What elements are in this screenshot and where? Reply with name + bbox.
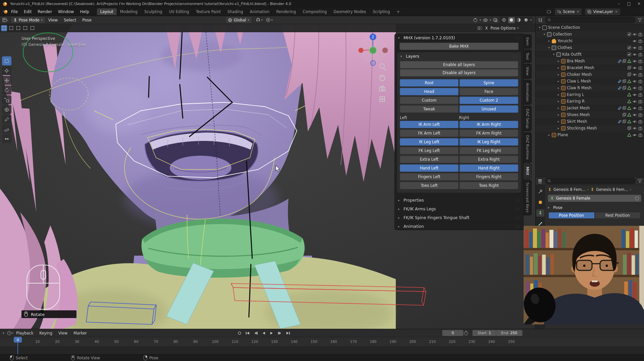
gizmo-chevron-icon[interactable]: ▾ bbox=[480, 18, 481, 21]
snap-magnet-icon[interactable] bbox=[255, 17, 261, 23]
close-icon[interactable]: × bbox=[634, 1, 644, 6]
tab-tool[interactable] bbox=[536, 188, 544, 195]
collapsed-panel-header[interactable]: ▸ FK/IK Arms Legs ⋮⋮ bbox=[395, 204, 523, 213]
playhead-current-frame[interactable]: 0 bbox=[14, 337, 22, 343]
eye-icon[interactable] bbox=[632, 106, 637, 110]
disclosure-closed-icon[interactable]: ▸ bbox=[398, 216, 401, 219]
jump-end-icon[interactable] bbox=[284, 330, 291, 336]
timeline-editor-icon[interactable] bbox=[7, 331, 12, 336]
shading-material-icon[interactable] bbox=[516, 17, 522, 23]
menu-item[interactable]: Edit bbox=[21, 9, 35, 14]
breadcrumb-item[interactable]: Genesis 8 Fem... › bbox=[548, 187, 589, 192]
viewport-menu-item[interactable]: View bbox=[45, 18, 61, 22]
tool-cursor[interactable] bbox=[2, 66, 11, 75]
collapsed-panel-header[interactable]: ▸ Animation ⋮⋮ bbox=[395, 222, 523, 230]
panel-grip-icon[interactable]: ⋮⋮ bbox=[515, 199, 520, 202]
workspace-tab[interactable]: Shading bbox=[224, 8, 247, 15]
checkbox-icon[interactable] bbox=[627, 46, 631, 50]
eye-icon[interactable] bbox=[632, 93, 637, 97]
mhx-side-toggle[interactable]: Toes Right bbox=[460, 182, 518, 189]
proportional-options-chevron-icon[interactable]: ▾ bbox=[271, 18, 273, 21]
camera-icon[interactable] bbox=[638, 59, 643, 63]
eye-icon[interactable] bbox=[632, 39, 637, 43]
timeline-channels[interactable] bbox=[0, 346, 644, 354]
viewport-menu-item[interactable]: Select bbox=[61, 18, 79, 22]
mhx-layer-toggle[interactable]: Root bbox=[400, 79, 459, 87]
camera-icon[interactable] bbox=[638, 133, 643, 137]
collapsed-panel-header[interactable]: ▸ Properties ⋮⋮ bbox=[395, 196, 523, 204]
menu-item[interactable]: Help bbox=[77, 9, 92, 14]
pose-options-dropdown[interactable]: Pose Options ▾ bbox=[490, 26, 519, 31]
mhx-side-toggle[interactable]: Extra Left bbox=[400, 156, 459, 163]
menu-item[interactable]: File bbox=[8, 9, 21, 14]
sidebar-tab[interactable]: Animation bbox=[524, 80, 532, 105]
disclosure-open-icon[interactable]: ▾ bbox=[548, 206, 551, 209]
mhx-side-toggle[interactable]: Hand Right bbox=[460, 164, 518, 172]
show-gizmo-icon[interactable] bbox=[472, 17, 478, 23]
disclosure-icon[interactable]: ▸ bbox=[556, 120, 560, 123]
disclosure-icon[interactable]: ▸ bbox=[556, 93, 560, 96]
menu-item[interactable]: Window bbox=[55, 9, 77, 14]
panel-grip-icon[interactable]: ⋮⋮ bbox=[515, 216, 520, 219]
disclosure-icon[interactable]: ▸ bbox=[556, 106, 560, 110]
disclosure-closed-icon[interactable]: ▸ bbox=[398, 207, 401, 211]
disclosure-closed-icon[interactable]: ▸ bbox=[398, 225, 401, 228]
outliner-row[interactable]: ▾ Collection bbox=[536, 31, 644, 38]
breadcrumb-item[interactable]: Genesis 8 Fem... › bbox=[590, 187, 631, 192]
mhx-layer-toggle[interactable]: Custom 2 bbox=[460, 97, 518, 104]
disclosure-icon[interactable]: ▸ bbox=[556, 66, 560, 69]
camera-icon[interactable] bbox=[638, 79, 643, 84]
mode-selector[interactable]: Pose Mode ▾ bbox=[11, 16, 45, 23]
outliner-row[interactable]: ▸ Shoes Mesh bbox=[536, 111, 644, 118]
sidebar-tab[interactable]: Item bbox=[524, 34, 532, 49]
tool-annotate[interactable] bbox=[2, 115, 11, 124]
disclosure-icon[interactable]: ▾ bbox=[542, 33, 546, 36]
checkbox-icon[interactable] bbox=[627, 52, 631, 56]
mhx-layer-toggle[interactable]: Face bbox=[460, 88, 518, 95]
mhx-layer-toggle[interactable]: Unused bbox=[460, 105, 518, 113]
outliner-row[interactable]: ▸ Stockings Mesh bbox=[536, 125, 644, 132]
disclosure-icon[interactable]: ▸ bbox=[556, 80, 560, 83]
outliner-row[interactable]: ▸ Bra Mesh bbox=[536, 58, 644, 64]
workspace-tab[interactable]: Scripting bbox=[369, 8, 393, 15]
outliner-row[interactable]: ▸ Yoruichi bbox=[536, 38, 644, 44]
disclosure-icon[interactable]: ▸ bbox=[556, 100, 560, 103]
mhx-side-toggle[interactable]: FK Leg Right bbox=[460, 147, 518, 154]
camera-icon[interactable] bbox=[638, 126, 643, 131]
outliner-row[interactable]: ▾ Kda Outfit bbox=[536, 51, 644, 58]
mhx-side-toggle[interactable]: IK Leg Right bbox=[460, 138, 518, 146]
camera-icon[interactable] bbox=[638, 32, 643, 37]
camera-icon[interactable] bbox=[638, 119, 643, 124]
workspace-tab[interactable]: UV Editing bbox=[166, 8, 193, 15]
eye-icon[interactable] bbox=[632, 79, 637, 84]
eye-icon[interactable] bbox=[632, 32, 637, 37]
outliner-row[interactable]: ▸ Skirt Mesh bbox=[536, 118, 644, 125]
disclosure-open-icon[interactable]: ▾ bbox=[3, 331, 6, 335]
camera-icon[interactable] bbox=[638, 39, 643, 43]
outliner-row[interactable]: ▸ Claw L Mesh bbox=[536, 78, 644, 85]
timeline-menu-item[interactable]: Marker bbox=[70, 331, 90, 336]
eye-icon[interactable] bbox=[632, 133, 637, 137]
outliner-row[interactable]: ▸ Earring R bbox=[536, 98, 644, 105]
outliner-row[interactable]: ▸ Earring L bbox=[536, 91, 644, 98]
collapsed-panel-header[interactable]: ▸ FK/IK Spine Fingers Tongue Shaft ⋮⋮ bbox=[395, 213, 523, 222]
eye-icon[interactable] bbox=[632, 119, 637, 124]
panel-grip-icon[interactable]: ⋮⋮ bbox=[512, 55, 518, 58]
start-frame-field[interactable]: Start 1 bbox=[472, 330, 496, 336]
unlink-viewlayer-icon[interactable]: × bbox=[615, 9, 618, 14]
disclosure-icon[interactable]: ▸ bbox=[556, 126, 560, 130]
mhx-side-toggle[interactable]: FK Arm Left bbox=[400, 130, 459, 137]
jump-start-icon[interactable] bbox=[244, 330, 251, 336]
timeline-ruler[interactable]: 0102030405060708090100110120130140150160… bbox=[0, 337, 644, 346]
select-mode-invert-icon[interactable] bbox=[22, 25, 28, 31]
armature-data-name-field[interactable]: Genesis 8 Female bbox=[548, 195, 641, 202]
eye-icon[interactable] bbox=[632, 66, 637, 70]
tab-armature-data[interactable] bbox=[536, 209, 544, 217]
editor-type-icon[interactable] bbox=[2, 17, 9, 23]
editor-type-icon[interactable] bbox=[538, 179, 543, 184]
mhx-side-toggle[interactable]: Hand Left bbox=[400, 164, 459, 172]
sidebar-tab[interactable]: DAZ Runtime bbox=[524, 132, 532, 163]
mhx-side-toggle[interactable]: FK Arm Right bbox=[460, 130, 518, 137]
eye-icon[interactable] bbox=[632, 126, 637, 131]
tool-rotate[interactable] bbox=[2, 86, 11, 95]
